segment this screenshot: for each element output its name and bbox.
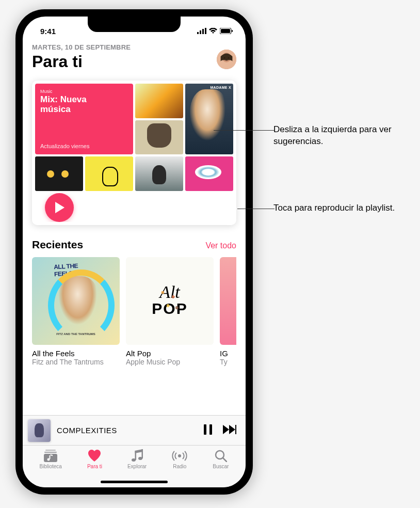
- play-tile: [35, 193, 83, 222]
- svg-rect-13: [235, 425, 236, 434]
- play-button[interactable]: [45, 193, 74, 222]
- notch: [88, 17, 181, 32]
- album-tile: [35, 156, 83, 191]
- album-tile: [135, 156, 183, 191]
- svg-rect-0: [197, 32, 199, 34]
- svg-line-25: [223, 458, 227, 462]
- now-playing-title: COMPLEXITIES: [57, 426, 203, 435]
- album-cover: ALL THE FEELS FITZ AND THE TANTRUMS: [32, 257, 120, 345]
- album-cover: [220, 257, 236, 345]
- screen: 9:41 MARTES, 10 DE SEPTIEMBRE: [23, 17, 246, 487]
- svg-rect-12: [209, 424, 212, 435]
- recent-item[interactable]: Alt POP Alt Pop Apple Music Pop: [126, 257, 214, 366]
- music-note-icon: [132, 449, 143, 463]
- tab-bar: Biblioteca Para ti Explorar: [23, 445, 246, 487]
- mix-subtitle: Actualizado viernes: [40, 143, 128, 149]
- tab-label: Biblioteca: [40, 464, 62, 469]
- svg-rect-2: [202, 29, 204, 34]
- svg-rect-15: [44, 452, 57, 453]
- svg-rect-5: [221, 29, 230, 33]
- search-icon: [215, 449, 227, 463]
- recent-title: Alt Pop: [126, 349, 214, 358]
- svg-point-23: [178, 454, 181, 457]
- recent-item[interactable]: IG Ty: [220, 257, 236, 366]
- cover-text-alt: Alt: [159, 284, 180, 300]
- next-track-icon[interactable]: [223, 425, 236, 436]
- svg-rect-14: [45, 450, 56, 451]
- profile-avatar[interactable]: [217, 50, 236, 69]
- album-tile: [135, 84, 183, 118]
- svg-rect-18: [50, 455, 51, 459]
- cover-sub-badge: FITZ AND THE TANTRUMS: [56, 332, 95, 336]
- pause-icon[interactable]: [203, 424, 213, 437]
- svg-rect-3: [205, 28, 206, 34]
- now-playing-bar[interactable]: COMPLEXITIES: [23, 415, 246, 445]
- recent-item[interactable]: ALL THE FEELS FITZ AND THE TANTRUMS All …: [32, 257, 120, 366]
- svg-rect-6: [232, 30, 233, 32]
- recent-section-title: Recientes: [32, 239, 83, 251]
- recent-artist: Apple Music Pop: [126, 358, 214, 366]
- svg-rect-1: [200, 30, 201, 34]
- wifi-icon: [209, 27, 217, 36]
- see-all-link[interactable]: Ver todo: [205, 241, 236, 250]
- mix-playlist-card[interactable]: Music Mix: Nuevamúsica Actualizado viern…: [32, 81, 236, 225]
- recent-title: All the Feels: [32, 349, 120, 358]
- recent-artist: Ty: [220, 358, 236, 366]
- page-title: Para ti: [32, 52, 131, 71]
- mix-brand: Music: [40, 89, 128, 94]
- phone-frame: 9:41 MARTES, 10 DE SEPTIEMBRE: [15, 9, 253, 495]
- album-cover: Alt POP: [126, 257, 214, 345]
- tab-label: Explorar: [127, 464, 147, 469]
- album-tile: MADAME X: [185, 84, 233, 154]
- tab-label: Radio: [173, 464, 186, 469]
- header-date: MARTES, 10 DE SEPTIEMBRE: [32, 43, 131, 51]
- status-time: 9:41: [35, 27, 56, 36]
- svg-point-9: [224, 57, 225, 58]
- album-tile: [85, 156, 133, 191]
- tab-label: Para ti: [87, 464, 102, 469]
- tab-search[interactable]: Buscar: [213, 449, 229, 487]
- callout-tap: Toca para reproducir la playlist.: [273, 203, 395, 213]
- album-tile: [185, 156, 233, 191]
- mix-title-1: Mix: Nueva: [40, 94, 87, 104]
- radio-icon: [172, 449, 187, 463]
- tab-for-you[interactable]: Para ti: [87, 449, 102, 487]
- tab-radio[interactable]: Radio: [172, 449, 187, 487]
- heart-icon: [88, 449, 101, 463]
- cover-text-pop: POP: [152, 300, 187, 318]
- mix-main-tile: Music Mix: Nuevamúsica Actualizado viern…: [35, 84, 133, 154]
- signal-icon: [197, 27, 206, 36]
- home-indicator[interactable]: [101, 481, 168, 483]
- svg-rect-11: [204, 424, 206, 435]
- mix-title-2: música: [40, 104, 71, 114]
- cover-badge: ALL THE FEELS: [54, 261, 98, 278]
- svg-point-10: [228, 57, 229, 58]
- tab-label: Buscar: [213, 464, 229, 469]
- recent-row[interactable]: ALL THE FEELS FITZ AND THE TANTRUMS All …: [32, 257, 236, 366]
- recent-artist: Fitz and The Tantrums: [32, 358, 120, 366]
- album-label: MADAME X: [210, 86, 231, 89]
- album-tile: [135, 120, 183, 155]
- battery-icon: [220, 27, 233, 36]
- callout-swipe: Desliza a la izquierda para ver sugerenc…: [273, 124, 392, 146]
- now-playing-cover: [28, 419, 51, 442]
- library-icon: [44, 449, 57, 463]
- tab-library[interactable]: Biblioteca: [40, 449, 62, 487]
- recent-title: IG: [220, 349, 236, 358]
